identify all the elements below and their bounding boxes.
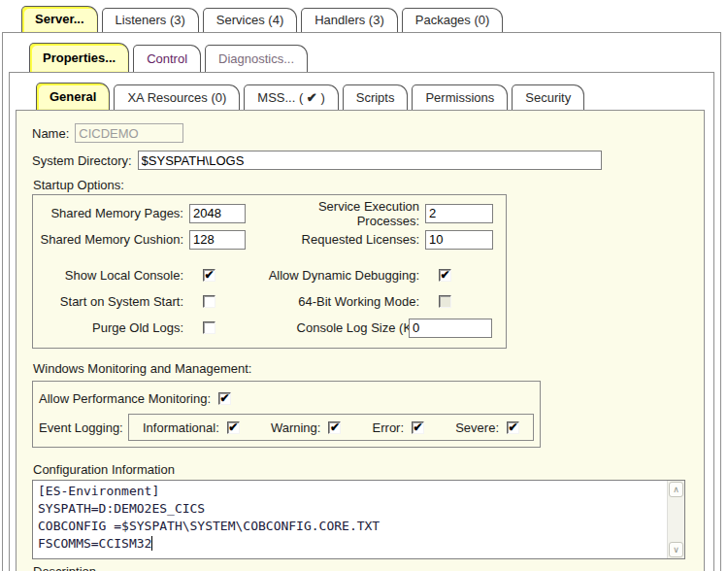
scrollbar-down-icon[interactable]: ∨: [669, 542, 683, 557]
event-informational: Informational: ✔: [143, 420, 240, 435]
name-input: [75, 123, 183, 143]
performance-monitoring-row: Allow Performance Monitoring: ✔: [39, 386, 534, 410]
shared-memory-cushion-input[interactable]: [189, 230, 246, 250]
service-execution-processes-label: Service Execution Processes:: [266, 199, 419, 228]
tab-packages[interactable]: Packages (0): [402, 8, 504, 32]
general-tab-content: Name: System Directory: Startup Options:…: [16, 110, 705, 571]
monitoring-title: Windows Monitoring and Management:: [33, 361, 688, 376]
startup-row-4: Start on System Start: 64-Bit Working Mo…: [33, 288, 506, 315]
service-execution-processes-input[interactable]: [425, 204, 493, 223]
system-directory-row: System Directory:: [32, 151, 688, 170]
tab-permissions[interactable]: Permissions: [412, 84, 508, 110]
tab-properties[interactable]: Properties...: [29, 43, 129, 72]
properties-panel: General XA Resources (0) MSS... ( ✔ ) Sc…: [9, 72, 714, 571]
text-cursor: [151, 536, 152, 551]
start-on-system-start-label: Start on System Start:: [33, 294, 183, 309]
informational-label: Informational:: [143, 420, 219, 435]
configuration-information-editor: [ES-Environment] SYSPATH=D:DEMO2ES_CICS …: [32, 480, 685, 559]
name-label: Name:: [32, 126, 69, 141]
general-level-tab-bar: General XA Resources (0) MSS... ( ✔ ) Sc…: [10, 73, 713, 110]
event-severe: Severe: ✔: [455, 420, 519, 435]
requested-licenses-input[interactable]: [425, 230, 493, 250]
tab-control[interactable]: Control: [133, 45, 201, 72]
tab-xa-resources[interactable]: XA Resources (0): [114, 84, 240, 110]
startup-options-group: Shared Memory Pages: Service Execution P…: [32, 194, 507, 349]
event-error: Error: ✔: [373, 420, 425, 435]
startup-row-3: Show Local Console: ✔ Allow Dynamic Debu…: [33, 262, 506, 288]
startup-options-title: Startup Options:: [33, 178, 688, 192]
system-directory-input[interactable]: [138, 151, 602, 170]
show-local-console-checkbox[interactable]: ✔: [203, 269, 215, 282]
allow-dynamic-debugging-label: Allow Dynamic Debugging:: [266, 268, 419, 283]
warning-checkbox[interactable]: ✔: [328, 421, 341, 434]
allow-dynamic-debugging-checkbox[interactable]: ✔: [439, 269, 451, 282]
purge-old-logs-label: Purge Old Logs:: [33, 320, 183, 335]
warning-label: Warning:: [271, 420, 321, 435]
monitoring-group: Allow Performance Monitoring: ✔ Event Lo…: [32, 381, 541, 448]
startup-row-5: Purge Old Logs: Console Log Size (K):: [33, 315, 506, 341]
console-log-size-input[interactable]: [409, 319, 492, 338]
error-label: Error:: [373, 420, 405, 435]
shared-memory-pages-input[interactable]: [189, 204, 246, 223]
server-panel: Properties... Control Diagnostics... Gen…: [2, 32, 721, 571]
start-on-system-start-checkbox[interactable]: [203, 295, 215, 308]
tab-listeners[interactable]: Listeners (3): [102, 8, 199, 32]
configuration-information-label: Configuration Information: [33, 462, 688, 477]
description-label: Description: [33, 564, 688, 571]
64-bit-working-mode-checkbox: [439, 295, 451, 308]
startup-row-2: Shared Memory Cushion: Requested License…: [33, 226, 506, 252]
mss-label-suffix: ): [317, 90, 325, 105]
startup-row-1: Shared Memory Pages: Service Execution P…: [33, 200, 506, 226]
event-logging-label: Event Logging:: [39, 420, 128, 435]
severe-checkbox[interactable]: ✔: [507, 421, 519, 434]
shared-memory-cushion-label: Shared Memory Cushion:: [33, 232, 183, 247]
tab-general[interactable]: General: [36, 83, 110, 110]
mss-label-prefix: MSS... (: [257, 90, 307, 105]
server-level-tab-bar: Server... Listeners (3) Services (4) Han…: [0, 0, 728, 32]
tab-services[interactable]: Services (4): [203, 8, 297, 32]
purge-old-logs-checkbox[interactable]: [203, 321, 215, 334]
configuration-text[interactable]: [ES-Environment] SYSPATH=D:DEMO2ES_CICS …: [33, 481, 684, 554]
tab-server[interactable]: Server...: [21, 6, 98, 32]
event-logging-row: Event Logging: Informational: ✔ Warning:…: [39, 414, 534, 441]
system-directory-label: System Directory:: [32, 153, 132, 168]
name-row: Name:: [32, 123, 688, 143]
properties-level-tab-bar: Properties... Control Diagnostics...: [3, 33, 720, 72]
allow-performance-monitoring-label: Allow Performance Monitoring:: [39, 391, 211, 406]
requested-licenses-label: Requested Licenses:: [266, 232, 419, 247]
event-logging-group: Informational: ✔ Warning: ✔ Error: ✔ S: [128, 414, 534, 441]
tab-handlers[interactable]: Handlers (3): [301, 8, 398, 32]
tab-diagnostics[interactable]: Diagnostics...: [205, 45, 308, 72]
check-icon: ✔: [307, 90, 317, 105]
console-log-size-label: Console Log Size (K):: [266, 320, 419, 335]
64-bit-working-mode-label: 64-Bit Working Mode:: [266, 294, 419, 309]
shared-memory-pages-label: Shared Memory Pages:: [33, 206, 183, 220]
vertical-scrollbar[interactable]: ∧ ∨: [667, 481, 684, 558]
tab-mss[interactable]: MSS... ( ✔ ): [244, 84, 338, 110]
event-warning: Warning: ✔: [271, 420, 342, 435]
error-checkbox[interactable]: ✔: [412, 421, 424, 434]
allow-performance-monitoring-checkbox[interactable]: ✔: [218, 392, 231, 405]
show-local-console-label: Show Local Console:: [33, 268, 183, 283]
tab-scripts[interactable]: Scripts: [343, 84, 409, 110]
tab-security[interactable]: Security: [512, 84, 584, 110]
informational-checkbox[interactable]: ✔: [227, 421, 240, 434]
severe-label: Severe:: [455, 420, 499, 435]
scrollbar-up-icon[interactable]: ∧: [669, 482, 683, 497]
